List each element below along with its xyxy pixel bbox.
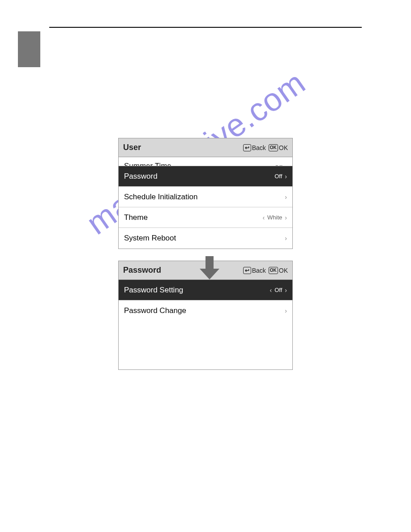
- row-label: Password: [124, 172, 158, 181]
- back-icon: ↩: [243, 267, 251, 274]
- chevron-right-icon: ›: [285, 214, 287, 221]
- back-label: Back: [252, 144, 266, 151]
- ok-button[interactable]: OK OK: [269, 144, 288, 151]
- row-label: Summer Time: [124, 162, 171, 166]
- back-label: Back: [252, 267, 266, 274]
- row-label: Theme: [124, 213, 148, 222]
- row-label: System Reboot: [124, 234, 176, 243]
- menu-row-theme[interactable]: Theme ‹ White ›: [119, 207, 292, 228]
- top-rule: [49, 27, 362, 28]
- chevron-right-icon: ›: [285, 287, 287, 294]
- row-label: Schedule Initialization: [124, 193, 197, 202]
- row-value: White: [267, 214, 282, 221]
- screens-column: User ↩ Back OK OK Summer Time Off › Pass…: [0, 138, 411, 370]
- menu-row-password[interactable]: Password Off ›: [119, 166, 292, 187]
- user-menu-screen: User ↩ Back OK OK Summer Time Off › Pass…: [118, 138, 293, 249]
- chevron-right-icon: ›: [285, 173, 287, 180]
- screen2-title: Password: [123, 266, 161, 275]
- row-label: Password Change: [124, 306, 186, 315]
- screen1-header: User ↩ Back OK OK: [119, 138, 292, 157]
- chevron-right-icon: ›: [285, 307, 287, 314]
- menu-row-summer-time[interactable]: Summer Time Off ›: [119, 157, 292, 166]
- chevron-right-icon: ›: [285, 235, 287, 242]
- row-value: Off: [274, 173, 282, 180]
- screen1-header-buttons: ↩ Back OK OK: [243, 144, 288, 151]
- ok-label: OK: [279, 144, 288, 151]
- back-button[interactable]: ↩ Back: [243, 144, 266, 151]
- menu-row-schedule-init[interactable]: Schedule Initialization ›: [119, 187, 292, 207]
- menu-row-password-change[interactable]: Password Change ›: [119, 300, 292, 321]
- side-margin-tab: [18, 31, 40, 67]
- row-label: Password Setting: [124, 286, 183, 295]
- menu-row-password-setting[interactable]: Password Setting ‹ Off ›: [119, 280, 292, 300]
- ok-icon: OK: [269, 267, 278, 274]
- ok-icon: OK: [269, 144, 278, 151]
- row-value: Off: [274, 287, 282, 293]
- chevron-left-icon: ‹: [270, 287, 272, 294]
- back-button[interactable]: ↩ Back: [243, 267, 266, 274]
- chevron-right-icon: ›: [285, 193, 287, 201]
- screen2-header-buttons: ↩ Back OK OK: [243, 267, 288, 274]
- ok-label: OK: [279, 267, 288, 274]
- menu-row-system-reboot[interactable]: System Reboot ›: [119, 228, 292, 249]
- chevron-left-icon: ‹: [262, 214, 265, 221]
- ok-button[interactable]: OK OK: [269, 267, 288, 274]
- back-icon: ↩: [243, 144, 251, 151]
- screen1-title: User: [123, 143, 141, 152]
